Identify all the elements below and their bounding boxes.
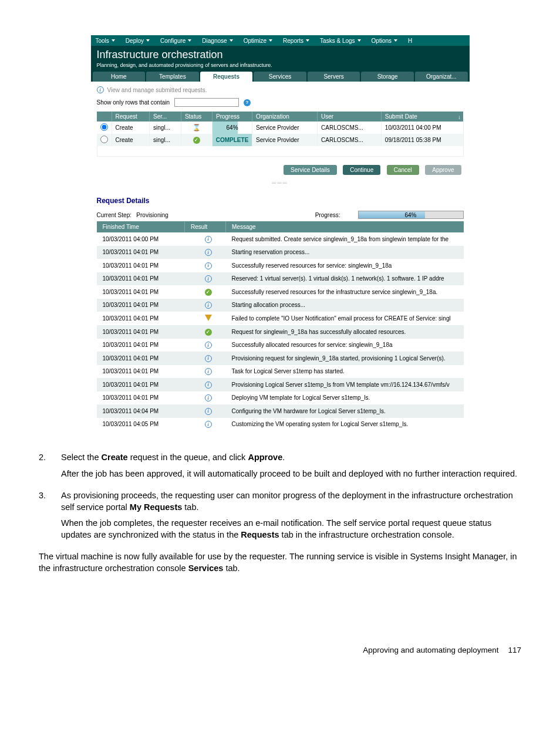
cell-message: Failed to complete "IO User Notification… — [226, 312, 464, 325]
menu-deploy[interactable]: Deploy — [121, 35, 156, 46]
table-row: 10/03/2011 04:01 PMStarting allocation p… — [97, 299, 464, 312]
table-row: 10/03/2011 04:00 PMRequest submitted. Cr… — [97, 232, 464, 246]
approve-button[interactable]: Approve — [425, 165, 461, 175]
cell-time: 10/03/2011 04:01 PM — [97, 312, 185, 325]
menu-tools[interactable]: Tools — [91, 35, 121, 46]
col-status[interactable]: Status — [181, 112, 212, 121]
step2-line1: Select the Create request in the queue, … — [61, 452, 521, 464]
cancel-button[interactable]: Cancel — [387, 165, 419, 175]
col-organization[interactable]: Organization — [252, 112, 318, 121]
col-submit-date[interactable]: Submit Date↓ — [381, 112, 463, 121]
col-request[interactable]: Request — [112, 112, 150, 121]
cell-progress: 64% — [212, 121, 252, 134]
app-screenshot: Tools Deploy Configure Diagnose Optimize… — [91, 35, 470, 436]
cell-submit-date: 09/18/2011 05:38 PM — [381, 134, 463, 146]
cell-request: Create — [112, 134, 150, 146]
tab-organization[interactable]: Organizat... — [415, 72, 468, 82]
cell-progress: COMPLETE — [212, 134, 252, 146]
footer-page-number: 117 — [508, 645, 521, 656]
table-row: 10/03/2011 04:04 PMConfiguring the VM ha… — [97, 404, 464, 418]
menu-reports[interactable]: Reports — [278, 35, 315, 46]
col-message[interactable]: Message — [226, 221, 464, 232]
cell-message: Starting reservation process... — [226, 246, 464, 259]
cell-time: 10/03/2011 04:01 PM — [97, 246, 185, 259]
caret-down-icon — [112, 39, 115, 42]
col-finished-time[interactable]: Finished Time — [97, 221, 185, 232]
resize-grip-icon[interactable]: ═══ — [97, 180, 464, 186]
cell-result — [185, 339, 226, 352]
cell-message: Successfully allocated resources for ser… — [226, 339, 464, 352]
info-icon — [97, 86, 104, 93]
cell-result — [185, 391, 226, 405]
cell-service: singl... — [150, 121, 181, 134]
menu-tasks-logs[interactable]: Tasks & Logs — [315, 35, 366, 46]
sort-desc-icon: ↓ — [458, 113, 461, 120]
cell-status — [181, 121, 212, 134]
cell-time: 10/03/2011 04:01 PM — [97, 339, 185, 352]
table-row: 10/03/2011 04:01 PMReserved: 1 virtual s… — [97, 272, 464, 286]
cell-organization: Service Provider — [252, 134, 318, 146]
table-row: 10/03/2011 04:01 PMRequest for singlewin… — [97, 325, 464, 339]
menu-configure[interactable]: Configure — [156, 35, 197, 46]
info-line: View and manage submitted requests. — [97, 86, 464, 93]
cell-result — [185, 299, 226, 312]
menu-help-truncated[interactable]: H — [403, 35, 418, 46]
cell-time: 10/03/2011 04:01 PM — [97, 378, 185, 391]
table-row: 10/03/2011 04:01 PMSuccessfully allocate… — [97, 339, 464, 352]
cell-status — [181, 134, 212, 146]
current-step-value: Provisioning — [136, 212, 168, 218]
cell-time: 10/03/2011 04:01 PM — [97, 299, 185, 312]
menu-options[interactable]: Options — [367, 35, 403, 46]
cell-time: 10/03/2011 04:01 PM — [97, 285, 185, 299]
cell-time: 10/03/2011 04:01 PM — [97, 325, 185, 339]
table-row: 10/03/2011 04:01 PMDeploying VM template… — [97, 391, 464, 405]
info-line-text: View and manage submitted requests. — [107, 87, 207, 93]
cell-result — [185, 404, 226, 418]
warning-icon — [205, 315, 212, 321]
tab-servers[interactable]: Servers — [308, 72, 360, 82]
document-text: 2. Select the Create request in the queu… — [39, 452, 521, 656]
cell-result — [185, 378, 226, 391]
cell-message: Configuring the VM hardware for Logical … — [226, 404, 464, 418]
table-row: 10/03/2011 04:01 PMStarting reservation … — [97, 246, 464, 259]
final-paragraph: The virtual machine is now fully availab… — [39, 551, 521, 574]
filter-input[interactable] — [174, 98, 239, 107]
col-user[interactable]: User — [318, 112, 382, 121]
menu-diagnose[interactable]: Diagnose — [197, 35, 238, 46]
continue-button[interactable]: Continue — [343, 165, 380, 175]
help-icon[interactable]: ? — [244, 99, 251, 106]
tab-requests[interactable]: Requests — [200, 72, 253, 82]
cell-result — [185, 312, 226, 325]
table-row[interactable]: Createsingl...COMPLETEService ProviderCA… — [97, 134, 464, 146]
table-row[interactable]: Createsingl...64%Service ProviderCARLOSC… — [97, 121, 464, 134]
col-result[interactable]: Result — [185, 221, 226, 232]
col-progress[interactable]: Progress — [212, 112, 252, 121]
step-number: 3. — [39, 490, 61, 545]
service-details-button[interactable]: Service Details — [284, 165, 337, 175]
col-service[interactable]: Ser... — [150, 112, 181, 121]
cell-result — [185, 259, 226, 272]
caret-down-icon — [269, 39, 272, 42]
tabbar: Home Templates Requests Services Servers… — [91, 72, 470, 82]
info-icon — [205, 262, 212, 269]
cell-message: Successfully reserved resources for the … — [226, 285, 464, 299]
current-step-label: Current Step: — [97, 212, 131, 218]
menu-optimize[interactable]: Optimize — [239, 35, 278, 46]
tab-templates[interactable]: Templates — [146, 72, 199, 82]
check-icon — [193, 137, 200, 144]
tab-home[interactable]: Home — [93, 72, 146, 82]
cell-time: 10/03/2011 04:00 PM — [97, 232, 185, 246]
step3-line2: When the job completes, the requester re… — [61, 518, 521, 541]
row-radio[interactable] — [100, 136, 108, 143]
tab-services[interactable]: Services — [254, 72, 306, 82]
info-icon — [205, 394, 212, 401]
row-radio[interactable] — [100, 123, 108, 131]
cell-message: Reserved: 1 virtual server(s). 1 virtual… — [226, 272, 464, 286]
tab-storage[interactable]: Storage — [361, 72, 414, 82]
info-icon — [205, 249, 212, 256]
table-row: 10/03/2011 04:01 PMSuccessfully reserved… — [97, 285, 464, 299]
cell-time: 10/03/2011 04:04 PM — [97, 404, 185, 418]
step2-line2: After the job has been approved, it will… — [61, 468, 521, 480]
check-icon — [205, 329, 212, 336]
cell-organization: Service Provider — [252, 121, 318, 134]
